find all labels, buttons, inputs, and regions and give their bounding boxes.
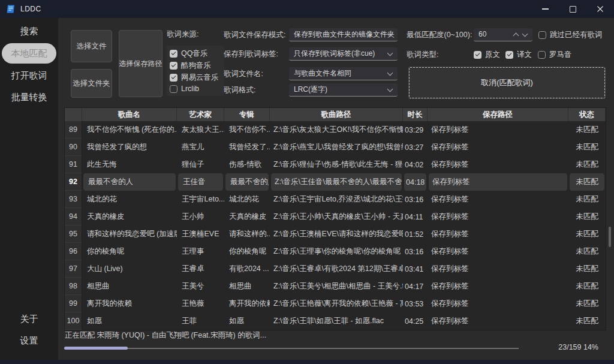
duration-cell[interactable]: 04:02 xyxy=(403,156,428,173)
sidebar-item-open-lyrics[interactable]: 打开歌词 xyxy=(0,66,58,85)
song-path-cell[interactable]: Z:\音乐\王小帅\天真的橡皮\王小帅 - 天真... xyxy=(270,208,403,225)
song-path-cell[interactable]: Z:\音乐\王艳薇\离开我的依赖\王艳薇 - 离... xyxy=(270,295,403,312)
album-cell[interactable]: 天真的橡皮 xyxy=(224,208,270,225)
song-name-cell[interactable]: 天真的橡皮 xyxy=(82,208,177,225)
song-name-cell[interactable]: 大山 (Live) xyxy=(82,260,177,278)
min-match-spinbox[interactable]: 60 xyxy=(474,28,532,41)
column-header-song-name[interactable]: 歌曲名 xyxy=(82,108,177,121)
column-header-save-path[interactable]: 保存路径 xyxy=(428,108,568,121)
table-scrollbar[interactable] xyxy=(609,227,611,247)
cancel-match-button[interactable]: 取消(匹配歌词) xyxy=(409,67,605,98)
artist-cell[interactable]: 王宇宙Leto... xyxy=(177,191,224,208)
duration-cell[interactable]: 03:16 xyxy=(403,243,428,260)
album-cell[interactable]: 请和这样的... xyxy=(224,225,270,243)
row-number[interactable]: 90 xyxy=(65,139,82,156)
status-cell[interactable]: 未匹配 xyxy=(568,295,606,312)
status-cell[interactable]: 未匹配 xyxy=(568,121,606,139)
minimize-button[interactable] xyxy=(531,0,559,18)
duration-cell[interactable]: 03:53 xyxy=(403,295,428,312)
save-path-cell[interactable]: 保存到标签 xyxy=(428,295,568,312)
table-row[interactable]: 100如愿王菲如愿Z:\音乐\王菲\如愿\王菲 - 如愿.flac04:25保存… xyxy=(65,312,606,330)
save-path-cell[interactable]: 保存到标签 xyxy=(428,173,568,191)
status-cell[interactable]: 未匹配 xyxy=(568,191,606,208)
dropdown[interactable]: 与歌曲文件名相同 xyxy=(289,67,398,80)
table-row[interactable]: 97大山 (Live)王睿卓有歌2024 ...Z:\音乐\王睿卓\有歌2024… xyxy=(65,260,606,278)
artist-cell[interactable]: 王美兮 xyxy=(177,278,224,295)
song-path-cell[interactable]: Z:\音乐\狸仙子\伤感-情歌\此生无悔 - 狸仙... xyxy=(270,156,403,173)
save-path-cell[interactable]: 保存到标签 xyxy=(428,156,568,173)
save-path-cell[interactable]: 保存到标签 xyxy=(428,278,568,295)
source-option[interactable]: Lrclib xyxy=(170,85,221,93)
table-row[interactable]: 99离开我的依赖王艳薇离开我的依赖Z:\音乐\王艳薇\离开我的依赖\王艳薇 - … xyxy=(65,295,606,312)
column-header-song-path[interactable]: 歌曲路径 xyxy=(270,108,403,121)
album-cell[interactable]: 有歌2024 ... xyxy=(224,260,270,278)
song-name-cell[interactable]: 离开我的依赖 xyxy=(82,295,177,312)
artist-cell[interactable]: 灰太狼大王... xyxy=(177,121,224,139)
sidebar-item-about[interactable]: 关于 xyxy=(0,309,58,329)
song-path-cell[interactable]: Z:\音乐\王澳楠EVE\请和这样的我恋爱吧\... xyxy=(270,225,403,243)
album-cell[interactable]: 城北的花 xyxy=(224,191,270,208)
table-row[interactable]: 96你的棱角呢王理事你的棱角呢Z:\音乐\王理事\你的棱角呢\你的棱角呢 - .… xyxy=(65,243,606,260)
status-cell[interactable]: 未匹配 xyxy=(568,173,606,191)
artist-cell[interactable]: 王佳音 xyxy=(177,173,224,191)
sidebar-item-settings[interactable]: 设置 xyxy=(0,331,58,350)
song-name-cell[interactable]: 此生无悔 xyxy=(82,156,177,173)
row-number[interactable]: 94 xyxy=(65,208,82,225)
song-name-cell[interactable]: 我曾经发了疯的想 xyxy=(82,139,177,156)
dropdown[interactable]: LRC(逐字) xyxy=(289,83,398,97)
artist-cell[interactable]: 狸仙子 xyxy=(177,156,224,173)
save-path-cell[interactable]: 保存到标签 xyxy=(428,243,568,260)
select-file-button[interactable]: 选择文件 xyxy=(71,30,112,62)
duration-cell[interactable]: 03:27 xyxy=(403,139,428,156)
lyrics-type-checkbox[interactable]: 原文 xyxy=(474,49,500,61)
select-folder-button[interactable]: 选择文件夹 xyxy=(71,69,112,98)
song-path-cell[interactable]: Z:\音乐\王睿卓\有歌2024 第12期\王睿卓 ... xyxy=(270,260,403,278)
song-path-cell[interactable]: Z:\音乐\燕宝儿\我曾经发了疯的想\我曾经... xyxy=(270,139,403,156)
table-row[interactable]: 94天真的橡皮王小帅天真的橡皮Z:\音乐\王小帅\天真的橡皮\王小帅 - 天真.… xyxy=(65,208,606,225)
status-cell[interactable]: 未匹配 xyxy=(568,139,606,156)
lyrics-type-checkbox[interactable]: 罗马音 xyxy=(538,49,572,61)
song-path-cell[interactable]: Z:\音乐\王佳音\最最不舍的人\最最不舍的... xyxy=(270,173,403,191)
artist-cell[interactable]: 王艳薇 xyxy=(177,295,224,312)
row-number[interactable]: 96 xyxy=(65,243,82,260)
album-cell[interactable]: 我不信你不... xyxy=(224,121,270,139)
song-name-cell[interactable]: 我不信你不惭愧 (死在你的... xyxy=(82,121,177,139)
song-path-cell[interactable]: Z:\音乐\灰太狼大王OK!\我不信你不惭愧... xyxy=(270,121,403,139)
table-row[interactable]: 93城北的花王宇宙Leto...城北的花Z:\音乐\王宇宙Leto,乔浚丞\城北… xyxy=(65,191,606,208)
artist-cell[interactable]: 王澳楠EVE xyxy=(177,225,224,243)
status-cell[interactable]: 未匹配 xyxy=(568,225,606,243)
album-cell[interactable]: 如愿 xyxy=(224,312,270,330)
save-path-cell[interactable]: 保存到标签 xyxy=(428,260,568,278)
lyrics-type-checkbox[interactable]: 译文 xyxy=(505,49,532,61)
sidebar-item-local-match[interactable]: 本地匹配 xyxy=(2,43,56,64)
song-path-cell[interactable]: Z:\音乐\王美兮\相思曲\相思曲 - 王美兮.flac xyxy=(270,278,403,295)
save-path-cell[interactable]: 保存到标签 xyxy=(428,312,568,330)
artist-cell[interactable]: 王理事 xyxy=(177,243,224,260)
artist-cell[interactable]: 王睿卓 xyxy=(177,260,224,278)
row-number[interactable]: 99 xyxy=(65,295,82,312)
column-header-status[interactable]: 状态 xyxy=(568,108,606,121)
source-option[interactable]: 网易云音乐 xyxy=(170,73,221,83)
artist-cell[interactable]: 燕宝儿 xyxy=(177,139,224,156)
row-number[interactable]: 98 xyxy=(65,278,82,295)
column-header-album[interactable]: 专辑 xyxy=(224,108,270,121)
status-cell[interactable]: 未匹配 xyxy=(568,260,606,278)
dropdown[interactable]: 只保存到歌词标签(非cue) xyxy=(289,47,398,61)
artist-cell[interactable]: 王小帅 xyxy=(177,208,224,225)
row-number[interactable]: 93 xyxy=(65,191,82,208)
table-row[interactable]: 91此生无悔狸仙子伤感-情歌Z:\音乐\狸仙子\伤感-情歌\此生无悔 - 狸仙.… xyxy=(65,156,606,173)
song-name-cell[interactable]: 如愿 xyxy=(82,312,177,330)
column-header-duration[interactable]: 时长 xyxy=(403,108,428,121)
save-path-cell[interactable]: 保存到标签 xyxy=(428,225,568,243)
table-row[interactable]: 90我曾经发了疯的想燕宝儿我曾经发了...Z:\音乐\燕宝儿\我曾经发了疯的想\… xyxy=(65,139,606,156)
album-cell[interactable]: 最最不舍的人 xyxy=(224,173,270,191)
dropdown[interactable]: 保存到歌曲文件夹的镜像文件夹 xyxy=(289,28,398,41)
save-path-cell[interactable]: 保存到标签 xyxy=(428,208,568,225)
duration-cell[interactable]: 04:17 xyxy=(403,278,428,295)
duration-cell[interactable]: 04:18 xyxy=(403,173,428,191)
source-option[interactable]: 酷狗音乐 xyxy=(170,61,221,71)
song-name-cell[interactable]: 城北的花 xyxy=(82,191,177,208)
duration-cell[interactable]: 04:25 xyxy=(403,312,428,330)
status-cell[interactable]: 未匹配 xyxy=(568,208,606,225)
row-number[interactable]: 91 xyxy=(65,156,82,173)
